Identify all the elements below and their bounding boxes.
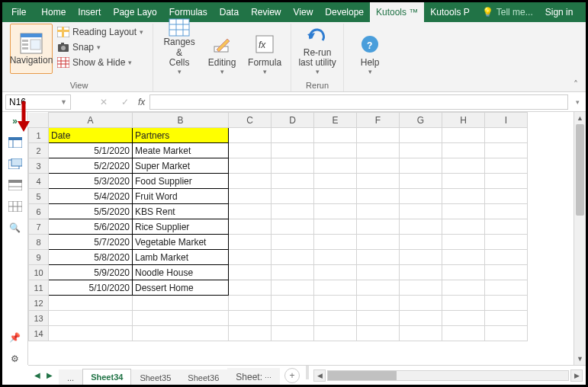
- cell-C4[interactable]: [229, 174, 272, 189]
- cell-G2[interactable]: [400, 143, 442, 158]
- cell-F11[interactable]: [357, 280, 400, 296]
- workbook-pane-icon[interactable]: [8, 136, 23, 149]
- cell-F6[interactable]: [357, 204, 400, 219]
- cell-E4[interactable]: [314, 174, 357, 189]
- pin-pane-icon[interactable]: 📌: [8, 331, 23, 344]
- col-header-B[interactable]: B: [133, 113, 229, 128]
- cell-G8[interactable]: [400, 235, 442, 250]
- editing-button[interactable]: Editing: [201, 24, 243, 77]
- row-header-6[interactable]: 6: [29, 204, 49, 219]
- row-header-8[interactable]: 8: [29, 235, 49, 250]
- cell-A4[interactable]: 5/3/2020: [49, 174, 133, 189]
- cell-D4[interactable]: [272, 174, 314, 189]
- navigation-button[interactable]: Navigation: [10, 24, 53, 74]
- cell-G12[interactable]: [400, 296, 442, 311]
- formula-button[interactable]: fx Formula: [243, 24, 286, 77]
- tab-data[interactable]: Data: [214, 2, 245, 22]
- cell-C14[interactable]: [229, 326, 272, 341]
- col-header-D[interactable]: D: [272, 113, 314, 128]
- cell-H13[interactable]: [442, 311, 485, 326]
- cell-F14[interactable]: [357, 326, 400, 341]
- cell-G10[interactable]: [400, 265, 442, 280]
- row-header-10[interactable]: 10: [29, 265, 49, 280]
- cell-G9[interactable]: [400, 250, 442, 265]
- cell-B1[interactable]: Partners: [133, 128, 229, 143]
- cell-I14[interactable]: [485, 326, 528, 341]
- cell-I5[interactable]: [485, 189, 528, 204]
- sheet-tab-34[interactable]: Sheet34: [82, 369, 131, 385]
- cell-H7[interactable]: [442, 219, 485, 235]
- tab-kutools[interactable]: Kutools ™: [370, 2, 424, 22]
- cell-G7[interactable]: [400, 219, 442, 235]
- cell-C8[interactable]: [229, 235, 272, 250]
- cell-B4[interactable]: Food Supplier: [133, 174, 229, 189]
- sheet-tab-36[interactable]: Sheet36: [179, 369, 227, 385]
- horizontal-scrollbar[interactable]: ◀ ▶: [310, 366, 586, 385]
- cell-F12[interactable]: [357, 296, 400, 311]
- cell-C11[interactable]: [229, 280, 272, 296]
- snap-button[interactable]: Snap: [56, 40, 145, 54]
- cell-A6[interactable]: 5/5/2020: [49, 204, 133, 219]
- formula-input[interactable]: [149, 94, 568, 110]
- cell-E9[interactable]: [314, 250, 357, 265]
- add-sheet-button[interactable]: +: [284, 368, 300, 383]
- row-header-4[interactable]: 4: [29, 174, 49, 189]
- sheet-tab-35[interactable]: Sheet35: [131, 369, 179, 385]
- cell-F9[interactable]: [357, 250, 400, 265]
- cell-I6[interactable]: [485, 204, 528, 219]
- row-header-9[interactable]: 9: [29, 250, 49, 265]
- name-manager-pane-icon[interactable]: [8, 179, 23, 191]
- cell-C5[interactable]: [229, 189, 272, 204]
- cell-F2[interactable]: [357, 143, 400, 158]
- col-header-I[interactable]: I: [485, 113, 528, 128]
- cell-B3[interactable]: Super Market: [133, 158, 229, 174]
- cell-I4[interactable]: [485, 174, 528, 189]
- cell-A10[interactable]: 5/9/2020: [49, 265, 133, 280]
- cell-D1[interactable]: [272, 128, 314, 143]
- cell-A2[interactable]: 5/1/2020: [49, 143, 133, 158]
- cell-C6[interactable]: [229, 204, 272, 219]
- cell-A14[interactable]: [49, 326, 133, 341]
- cell-I2[interactable]: [485, 143, 528, 158]
- row-header-3[interactable]: 3: [29, 158, 49, 174]
- cell-E7[interactable]: [314, 219, 357, 235]
- tab-kutools-plus[interactable]: Kutools P: [424, 2, 475, 22]
- vertical-scrollbar[interactable]: ▲ ▼: [574, 112, 586, 365]
- cancel-formula-icon[interactable]: ✕: [95, 97, 112, 107]
- row-header-1[interactable]: 1: [29, 128, 49, 143]
- hscroll-thumb[interactable]: [328, 371, 397, 380]
- cell-A1[interactable]: Date: [49, 128, 133, 143]
- cell-D2[interactable]: [272, 143, 314, 158]
- name-box[interactable]: N16▼: [5, 94, 71, 110]
- cell-A3[interactable]: 5/2/2020: [49, 158, 133, 174]
- cell-C1[interactable]: [229, 128, 272, 143]
- cell-I7[interactable]: [485, 219, 528, 235]
- cell-B7[interactable]: Rice Supplier: [133, 219, 229, 235]
- cell-F8[interactable]: [357, 235, 400, 250]
- col-header-G[interactable]: G: [400, 113, 442, 128]
- col-header-F[interactable]: F: [357, 113, 400, 128]
- cell-A8[interactable]: 5/7/2020: [49, 235, 133, 250]
- cell-D3[interactable]: [272, 158, 314, 174]
- cell-B9[interactable]: Lamb Market: [133, 250, 229, 265]
- cell-A9[interactable]: 5/8/2020: [49, 250, 133, 265]
- sheet-tab-more-left[interactable]: ...: [59, 369, 82, 385]
- cell-B14[interactable]: [133, 326, 229, 341]
- cell-H2[interactable]: [442, 143, 485, 158]
- row-header-5[interactable]: 5: [29, 189, 49, 204]
- cell-E11[interactable]: [314, 280, 357, 296]
- cell-B13[interactable]: [133, 311, 229, 326]
- cell-B12[interactable]: [133, 296, 229, 311]
- scroll-down-icon[interactable]: ▼: [574, 353, 586, 365]
- cell-H3[interactable]: [442, 158, 485, 174]
- cell-A5[interactable]: 5/4/2020: [49, 189, 133, 204]
- cell-E10[interactable]: [314, 265, 357, 280]
- cell-G1[interactable]: [400, 128, 442, 143]
- cell-I13[interactable]: [485, 311, 528, 326]
- row-header-7[interactable]: 7: [29, 219, 49, 235]
- scroll-thumb[interactable]: [576, 124, 584, 216]
- cell-D12[interactable]: [272, 296, 314, 311]
- scroll-right-icon[interactable]: ▶: [570, 369, 583, 382]
- cell-G4[interactable]: [400, 174, 442, 189]
- select-all-cell[interactable]: [29, 113, 49, 128]
